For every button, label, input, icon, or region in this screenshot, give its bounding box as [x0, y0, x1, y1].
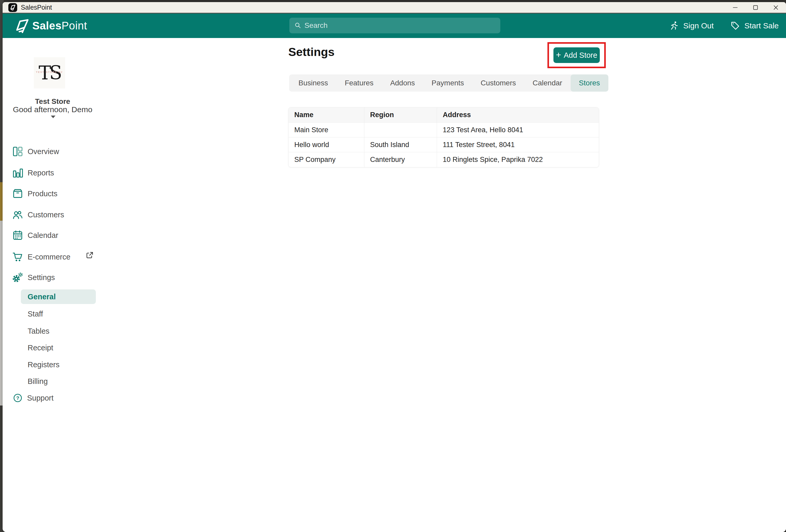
sidebar-subitem-registers[interactable]: Registers — [3, 357, 102, 372]
cell-name: SP Company — [288, 152, 364, 167]
subitem-label: Staff — [28, 310, 43, 318]
stores-table: Name Region Address Main Store 123 Test … — [288, 107, 599, 167]
start-sale-button[interactable]: Start Sale — [730, 21, 779, 31]
sidebar: TS TEST STORE NZ Test Store Good afterno… — [3, 38, 102, 532]
window-controls — [731, 2, 786, 13]
question-circle-icon: ? — [13, 393, 23, 403]
app-logo-icon — [8, 3, 17, 12]
cell-region: South Island — [364, 138, 437, 152]
greeting-text: Good afternoon, Demo — [3, 105, 102, 114]
tab-calendar[interactable]: Calendar — [524, 74, 571, 92]
search-icon — [294, 22, 302, 29]
cell-region — [364, 123, 437, 138]
cell-address: 10 Ringlets Spice, Paprika 7022 — [437, 152, 599, 167]
tag-icon — [730, 21, 740, 31]
table-row[interactable]: Main Store 123 Test Area, Hello 8041 — [288, 123, 599, 138]
box-icon — [12, 188, 23, 199]
column-header-name: Name — [288, 107, 364, 123]
red-annotation-rectangle: + Add Store — [548, 42, 606, 68]
sidebar-item-overview[interactable]: Overview — [3, 144, 102, 159]
sidebar-item-label: Overview — [28, 147, 59, 156]
gears-icon — [12, 272, 23, 283]
sidebar-item-reports[interactable]: Reports — [3, 165, 102, 180]
tab-payments[interactable]: Payments — [423, 74, 472, 92]
settings-tabbar: Business Features Addons Payments Custom… — [289, 74, 599, 92]
calendar-icon — [12, 229, 23, 241]
tab-addons[interactable]: Addons — [382, 74, 423, 92]
sidebar-item-label: E-commerce — [28, 253, 70, 261]
store-monogram-caption: TEST STORE NZ — [34, 71, 65, 73]
subitem-label: Tables — [28, 327, 49, 336]
sign-out-label: Sign Out — [684, 21, 714, 30]
brand-text: SalesPoint — [32, 20, 87, 32]
sign-out-button[interactable]: Sign Out — [669, 21, 714, 31]
sidebar-item-label: Customers — [28, 211, 64, 219]
sidebar-item-ecommerce[interactable]: E-commerce — [3, 249, 102, 265]
start-sale-label: Start Sale — [744, 21, 779, 30]
tab-business[interactable]: Business — [290, 74, 337, 92]
subitem-label: General — [28, 293, 56, 301]
cart-icon — [12, 251, 23, 263]
subitem-label: Receipt — [28, 343, 53, 352]
sidebar-item-support[interactable]: ? Support — [3, 391, 102, 405]
search-bar — [290, 18, 500, 33]
sidebar-item-customers[interactable]: Customers — [3, 207, 102, 222]
sidebar-subitem-staff[interactable]: Staff — [3, 307, 102, 321]
table-header-row: Name Region Address — [288, 107, 599, 123]
tab-features[interactable]: Features — [337, 74, 382, 92]
running-person-icon — [669, 21, 679, 31]
subitem-label: Billing — [28, 377, 48, 386]
people-icon — [12, 209, 23, 220]
sidebar-item-calendar[interactable]: Calendar — [3, 227, 102, 243]
titlebar-app: SalesPoint — [8, 3, 52, 12]
add-store-label: Add Store — [563, 51, 597, 59]
titlebar: SalesPoint — [3, 2, 786, 14]
sidebar-subitem-tables[interactable]: Tables — [3, 324, 102, 338]
cell-name: Hello world — [288, 138, 364, 152]
sidebar-item-label: Support — [27, 394, 54, 403]
subitem-label: Registers — [28, 361, 60, 369]
sidebar-item-label: Calendar — [28, 231, 58, 240]
sidebar-subitem-billing[interactable]: Billing — [3, 374, 102, 389]
body: TS TEST STORE NZ Test Store Good afterno… — [3, 38, 786, 532]
cell-address: 123 Test Area, Hello 8041 — [437, 123, 599, 138]
tab-stores[interactable]: Stores — [571, 74, 608, 92]
svg-text:?: ? — [16, 395, 19, 401]
minimize-button[interactable] — [731, 2, 739, 13]
sidebar-item-label: Settings — [28, 273, 55, 282]
external-link-icon[interactable] — [86, 251, 94, 260]
tab-customers[interactable]: Customers — [472, 74, 524, 92]
dashboard-icon — [12, 146, 23, 157]
column-header-region: Region — [364, 107, 437, 123]
column-header-address: Address — [437, 107, 599, 123]
table-row[interactable]: Hello world South Island 111 Tester Stre… — [288, 138, 599, 152]
sidebar-item-settings[interactable]: Settings — [3, 270, 102, 285]
close-button[interactable] — [772, 2, 780, 13]
cell-address: 111 Tester Street, 8041 — [437, 138, 599, 152]
page-title: Settings — [288, 45, 335, 59]
cell-region: Canterbury — [364, 152, 437, 167]
sidebar-item-label: Reports — [28, 169, 54, 177]
plus-icon: + — [556, 50, 561, 60]
sidebar-subitem-general[interactable]: General — [21, 289, 96, 304]
bar-chart-icon — [12, 167, 23, 178]
add-store-button[interactable]: + Add Store — [553, 47, 600, 63]
table-row[interactable]: SP Company Canterbury 10 Ringlets Spice,… — [288, 152, 599, 167]
window-title: SalesPoint — [21, 4, 52, 11]
brand-logo[interactable]: SalesPoint — [15, 18, 87, 33]
sidebar-subitem-receipt[interactable]: Receipt — [3, 340, 102, 355]
search-input[interactable] — [304, 21, 495, 30]
brand-quill-icon — [15, 18, 30, 33]
store-name: Test Store — [3, 97, 102, 106]
sidebar-item-label: Products — [28, 190, 57, 198]
chevron-down-icon[interactable] — [51, 116, 55, 118]
maximize-button[interactable] — [752, 2, 759, 13]
header-actions: Sign Out Start Sale — [669, 14, 779, 38]
app-header: SalesPoint Sign Out St — [3, 14, 786, 38]
sidebar-item-products[interactable]: Products — [3, 186, 102, 201]
app-window: SalesPoint SalesPoint — [3, 2, 786, 532]
store-avatar[interactable]: TS TEST STORE NZ — [34, 57, 65, 89]
cell-name: Main Store — [288, 123, 364, 138]
